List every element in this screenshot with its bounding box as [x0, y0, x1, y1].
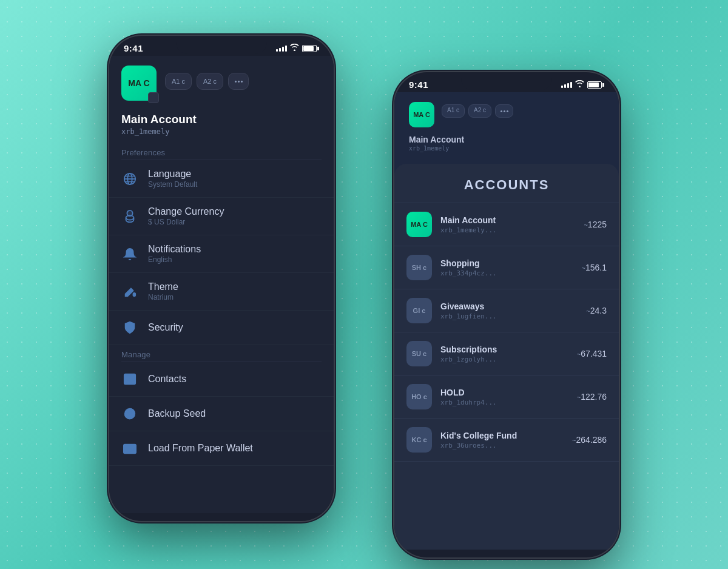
acc-avatar-giveaways: GI c: [406, 298, 432, 323]
mini-tab-more[interactable]: [495, 104, 513, 118]
svg-rect-15: [131, 449, 133, 451]
currency-subtitle: $ US Dollar: [148, 218, 322, 226]
account-row-kids[interactable]: KC c Kid's College Fund xrb_36uroes... ~…: [394, 419, 619, 462]
currency-title: Change Currency: [148, 206, 322, 217]
accounts-panel: ACCOUNTS MA C Main Account xrb_1memely..…: [394, 164, 619, 550]
account-address: xrb_1memely: [121, 127, 322, 136]
signal-bars-1: [276, 45, 287, 52]
acc-avatar-kids: KC c: [406, 427, 432, 453]
acc-address-hold: xrb_1duhrp4...: [440, 399, 568, 406]
tab-a1[interactable]: A1 c: [165, 73, 192, 90]
mini-account-name: Main Account: [409, 135, 604, 144]
mini-tab-a2[interactable]: A2 c: [468, 104, 491, 118]
acc-balance-subscriptions: ~67.431: [577, 349, 607, 359]
phone2-screen: MA C A1 c A2 c: [394, 92, 619, 550]
tab-a2[interactable]: A2 c: [197, 73, 223, 90]
menu-item-currency[interactable]: Change Currency $ US Dollar: [109, 198, 334, 235]
acc-name-subscriptions: Subscriptions: [440, 345, 568, 354]
mini-main-avatar[interactable]: MA C: [409, 102, 434, 127]
mini-more-dots: [500, 110, 508, 112]
menu-item-paper-wallet[interactable]: Load From Paper Wallet: [109, 431, 334, 466]
menu-item-contacts[interactable]: Contacts: [109, 362, 334, 397]
account-row-main[interactable]: MA C Main Account xrb_1memely... ~1225: [394, 203, 619, 246]
accounts-header: MA C A1 c A2 c: [394, 92, 619, 164]
tab-more[interactable]: [228, 73, 249, 90]
avatar-initials: MA C: [128, 78, 149, 88]
acc-balance-main: ~1225: [584, 220, 607, 229]
account-row-shopping[interactable]: SH c Shopping xrb_334p4cz... ~156.1: [394, 246, 619, 289]
status-icons-2: [561, 80, 604, 89]
backup-title: Backup Seed: [148, 408, 322, 419]
mini-account-details: A1 c A2 c: [442, 102, 513, 118]
mini-tab-a1[interactable]: A1 c: [442, 104, 465, 118]
mini-tabs: A1 c A2 c: [442, 104, 513, 118]
phone1-screen: MA C A1 c A2 c: [109, 56, 334, 513]
main-avatar[interactable]: MA C: [121, 66, 157, 101]
notifications-text: Notifications English: [148, 244, 322, 264]
mini-avatar-initials: MA C: [413, 111, 430, 118]
acc-avatar-hold: HO c: [406, 384, 432, 409]
notifications-title: Notifications: [148, 244, 322, 255]
wallet-icon: [121, 440, 138, 457]
menu-item-security[interactable]: Security: [109, 311, 334, 345]
refresh-icon: [121, 405, 138, 422]
svg-rect-8: [133, 292, 136, 296]
menu-item-notifications[interactable]: Notifications English: [109, 235, 334, 273]
more-dots: [235, 81, 243, 82]
acc-avatar-shopping: SH c: [406, 255, 432, 280]
accounts-title: ACCOUNTS: [394, 164, 619, 203]
preferences-label: Preferences: [109, 143, 334, 160]
acc-avatar-subscriptions: SU c: [406, 341, 432, 366]
language-subtitle: System Default: [148, 180, 322, 189]
contacts-text: Contacts: [148, 374, 322, 385]
notch-1: [176, 36, 267, 54]
shield-icon: [121, 319, 138, 336]
acc-address-main: xrb_1memely...: [440, 226, 575, 234]
mini-account-addr: xrb_1memely: [409, 145, 604, 152]
acc-balance-giveaways: ~24.3: [586, 306, 607, 315]
acc-name-kids: Kid's College Fund: [440, 431, 564, 440]
language-text: Language System Default: [148, 169, 322, 189]
security-text: Security: [148, 322, 322, 334]
paper-wallet-title: Load From Paper Wallet: [148, 443, 322, 454]
acc-info-subscriptions: Subscriptions xrb_1zgolyh...: [440, 345, 568, 363]
acc-address-shopping: xrb_334p4cz...: [440, 269, 573, 277]
acc-balance-shopping: ~156.1: [582, 263, 607, 272]
acc-address-subscriptions: xrb_1zgolyh...: [440, 355, 568, 363]
language-title: Language: [148, 169, 322, 180]
paper-wallet-text: Load From Paper Wallet: [148, 443, 322, 454]
acc-info-hold: HOLD xrb_1duhrp4...: [440, 388, 568, 406]
phone-1: 9:41: [109, 36, 334, 521]
acc-avatar-main: MA C: [406, 212, 432, 237]
account-row-subscriptions[interactable]: SU c Subscriptions xrb_1zgolyh... ~67.43…: [394, 332, 619, 375]
account-tabs: A1 c A2 c: [165, 73, 322, 90]
notifications-subtitle: English: [148, 255, 322, 264]
svg-rect-14: [124, 445, 136, 454]
status-icons-1: [276, 44, 319, 53]
account-text: A1 c A2 c: [165, 66, 322, 90]
status-time-1: 9:41: [124, 43, 143, 53]
manage-label: Manage: [109, 345, 334, 362]
phones-container: 9:41: [91, 24, 637, 545]
theme-subtitle: Natrium: [148, 293, 322, 301]
notch-2: [461, 72, 552, 90]
account-row-hold[interactable]: HO c HOLD xrb_1duhrp4... ~122.76: [394, 375, 619, 419]
theme-title: Theme: [148, 281, 322, 292]
acc-name-giveaways: Giveaways: [440, 301, 578, 311]
account-name: Main Account: [121, 113, 322, 126]
account-row-giveaways[interactable]: GI c Giveaways xrb_1ugfien... ~24.3: [394, 289, 619, 332]
mini-header: MA C A1 c A2 c: [409, 102, 604, 127]
person-icon: [121, 371, 138, 388]
acc-address-giveaways: xrb_1ugfien...: [440, 312, 578, 320]
wifi-icon-1: [290, 44, 299, 53]
menu-item-theme[interactable]: Theme Natrium: [109, 273, 334, 311]
theme-text: Theme Natrium: [148, 281, 322, 301]
battery-2: [587, 81, 604, 89]
menu-item-language[interactable]: Language System Default: [109, 160, 334, 198]
acc-info-shopping: Shopping xrb_334p4cz...: [440, 258, 573, 277]
acc-address-kids: xrb_36uroes...: [440, 442, 564, 449]
acc-name-shopping: Shopping: [440, 258, 573, 268]
status-time-2: 9:41: [409, 79, 428, 90]
menu-item-backup[interactable]: Backup Seed: [109, 397, 334, 431]
signal-bars-2: [561, 82, 572, 88]
